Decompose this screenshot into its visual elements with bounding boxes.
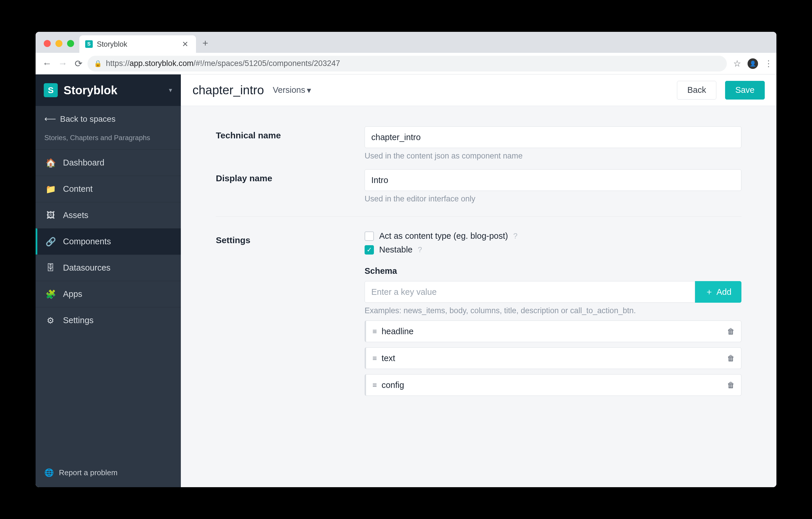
content-type-checkbox-label: Act as content type (eg. blog-post) bbox=[379, 231, 508, 241]
delete-field-icon[interactable]: 🗑 bbox=[727, 327, 735, 336]
url-input[interactable]: 🔒 https://app.storyblok.com/#!/me/spaces… bbox=[87, 56, 727, 72]
report-problem-link[interactable]: 🌐 Report a problem bbox=[36, 460, 181, 487]
schema-field-row[interactable]: ≡ config 🗑 bbox=[365, 374, 742, 396]
sidebar-item-label: Settings bbox=[63, 316, 94, 325]
sidebar-item-dashboard[interactable]: 🏠 Dashboard bbox=[36, 149, 181, 176]
tab-favicon-icon: S bbox=[85, 40, 93, 48]
page-title: chapter_intro bbox=[193, 83, 264, 97]
report-problem-label: Report a problem bbox=[59, 468, 118, 477]
main-panel: chapter_intro Versions ▾ Back Save Techn… bbox=[181, 75, 776, 487]
nestable-checkbox-label: Nestable bbox=[379, 245, 412, 254]
topbar: chapter_intro Versions ▾ Back Save bbox=[181, 75, 776, 106]
technical-name-help: Used in the content json as component na… bbox=[365, 152, 742, 161]
sidebar-item-content[interactable]: 📁 Content bbox=[36, 176, 181, 202]
sidebar-item-label: Datasources bbox=[63, 263, 111, 273]
technical-name-label: Technical name bbox=[216, 127, 353, 161]
back-to-spaces-link[interactable]: ⟵ Back to spaces bbox=[36, 106, 181, 132]
schema-field-name: text bbox=[381, 354, 722, 363]
technical-name-input[interactable] bbox=[365, 127, 742, 148]
settings-label: Settings bbox=[216, 231, 353, 396]
browser-address-bar: ← → ⟳ 🔒 https://app.storyblok.com/#!/me/… bbox=[36, 53, 776, 75]
window-controls bbox=[40, 40, 79, 53]
nav-forward-button[interactable]: → bbox=[56, 58, 69, 69]
settings-row: Settings Act as content type (eg. blog-p… bbox=[216, 231, 742, 396]
schema-field-name: config bbox=[381, 380, 722, 390]
back-to-spaces-label: Back to spaces bbox=[60, 114, 116, 124]
schema-field-name: headline bbox=[381, 327, 722, 336]
components-icon: 🔗 bbox=[46, 237, 55, 247]
brand-bar[interactable]: S Storyblok ▾ bbox=[36, 75, 181, 106]
sidebar-item-settings[interactable]: ⚙ Settings bbox=[36, 307, 181, 333]
nestable-checkbox-row: ✓ Nestable ? bbox=[365, 245, 742, 254]
image-icon: 🖼 bbox=[46, 211, 55, 220]
close-tab-icon[interactable]: ✕ bbox=[180, 40, 190, 49]
browser-tabbar: S Storyblok ✕ + bbox=[36, 32, 776, 53]
section-divider bbox=[216, 216, 742, 217]
maximize-window-button[interactable] bbox=[67, 40, 74, 47]
delete-field-icon[interactable]: 🗑 bbox=[727, 381, 735, 390]
schema-add-button[interactable]: ＋ Add bbox=[695, 281, 742, 303]
schema-help: Examples: news_items, body, columns, tit… bbox=[365, 306, 742, 315]
save-button[interactable]: Save bbox=[725, 81, 765, 100]
delete-field-icon[interactable]: 🗑 bbox=[727, 354, 735, 363]
display-name-label: Display name bbox=[216, 169, 353, 203]
help-icon[interactable]: ? bbox=[513, 231, 517, 241]
new-tab-button[interactable]: + bbox=[196, 37, 208, 53]
browser-menu-icon[interactable]: ⋮ bbox=[764, 59, 772, 68]
nestable-checkbox[interactable]: ✓ bbox=[365, 245, 374, 254]
brand-dropdown-icon[interactable]: ▾ bbox=[169, 86, 172, 94]
schema-add-row: ＋ Add bbox=[365, 281, 742, 303]
globe-icon: 🌐 bbox=[44, 468, 54, 477]
puzzle-icon: 🧩 bbox=[46, 289, 55, 299]
database-icon: 🗄 bbox=[46, 263, 55, 273]
sidebar-item-apps[interactable]: 🧩 Apps bbox=[36, 281, 181, 307]
tab-title: Storyblok bbox=[97, 40, 176, 49]
sidebar-item-datasources[interactable]: 🗄 Datasources bbox=[36, 254, 181, 281]
sidebar-item-components[interactable]: 🔗 Components bbox=[36, 228, 181, 254]
drag-handle-icon[interactable]: ≡ bbox=[373, 327, 376, 336]
help-icon[interactable]: ? bbox=[418, 245, 422, 254]
url-host: app.storyblok.com bbox=[129, 59, 193, 68]
minimize-window-button[interactable] bbox=[55, 40, 62, 47]
versions-dropdown[interactable]: Versions ▾ bbox=[273, 85, 311, 95]
back-button[interactable]: Back bbox=[677, 81, 716, 100]
url-path: /#!/me/spaces/51205/components/203247 bbox=[193, 59, 340, 68]
browser-tab[interactable]: S Storyblok ✕ bbox=[79, 35, 196, 53]
bookmark-icon[interactable]: ☆ bbox=[733, 58, 741, 69]
form-area: Technical name Used in the content json … bbox=[181, 106, 776, 487]
add-button-label: Add bbox=[716, 287, 731, 297]
schema-key-input[interactable] bbox=[365, 281, 695, 303]
plus-icon: ＋ bbox=[705, 286, 714, 298]
schema-field-row[interactable]: ≡ text 🗑 bbox=[365, 347, 742, 369]
profile-avatar[interactable]: 👤 bbox=[748, 58, 758, 69]
url-scheme: https:// bbox=[106, 59, 129, 68]
schema-header: Schema bbox=[365, 266, 742, 276]
browser-window: S Storyblok ✕ + ← → ⟳ 🔒 https://app.stor… bbox=[36, 32, 776, 487]
sidebar-item-assets[interactable]: 🖼 Assets bbox=[36, 202, 181, 228]
technical-name-row: Technical name Used in the content json … bbox=[216, 127, 742, 161]
sidebar-item-label: Apps bbox=[63, 289, 82, 299]
arrow-left-icon: ⟵ bbox=[44, 114, 56, 124]
display-name-row: Display name Used in the editor interfac… bbox=[216, 169, 742, 203]
nav-back-button[interactable]: ← bbox=[40, 58, 54, 69]
sidebar: S Storyblok ▾ ⟵ Back to spaces Stories, … bbox=[36, 75, 181, 487]
brand-logo-icon: S bbox=[44, 83, 58, 97]
sidebar-item-label: Content bbox=[63, 184, 93, 194]
sidebar-item-label: Components bbox=[63, 237, 111, 246]
home-icon: 🏠 bbox=[46, 158, 55, 168]
lock-icon: 🔒 bbox=[94, 60, 102, 67]
drag-handle-icon[interactable]: ≡ bbox=[373, 381, 376, 390]
gear-icon: ⚙ bbox=[46, 316, 55, 325]
display-name-input[interactable] bbox=[365, 169, 742, 191]
nav-reload-button[interactable]: ⟳ bbox=[72, 58, 85, 69]
brand-name: Storyblok bbox=[64, 84, 117, 97]
drag-handle-icon[interactable]: ≡ bbox=[373, 354, 376, 363]
sidebar-item-label: Assets bbox=[63, 211, 88, 220]
app-root: S Storyblok ▾ ⟵ Back to spaces Stories, … bbox=[36, 75, 776, 487]
display-name-help: Used in the editor interface only bbox=[365, 194, 742, 203]
close-window-button[interactable] bbox=[44, 40, 51, 47]
folder-icon: 📁 bbox=[46, 184, 55, 194]
content-type-checkbox-row: Act as content type (eg. blog-post) ? bbox=[365, 231, 742, 241]
schema-field-row[interactable]: ≡ headline 🗑 bbox=[365, 321, 742, 342]
content-type-checkbox[interactable] bbox=[365, 231, 374, 241]
